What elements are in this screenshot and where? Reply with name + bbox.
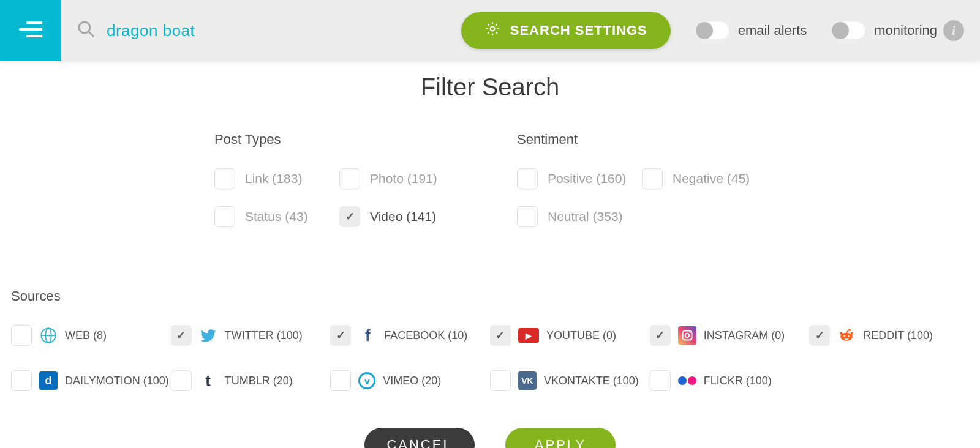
- post-type-2-checkbox[interactable]: [214, 206, 235, 227]
- source-reddit-checkbox[interactable]: [809, 325, 830, 346]
- instagram-icon: [678, 326, 696, 345]
- source-flickr-checkbox[interactable]: [650, 370, 671, 391]
- reddit-icon: [837, 326, 856, 345]
- source-web-row: WEB (8): [11, 325, 171, 346]
- facebook-icon: f: [358, 326, 377, 345]
- post-types-heading: Post Types: [214, 132, 462, 147]
- source-facebook-row: fFACEBOOK (10): [330, 325, 490, 346]
- vimeo-icon: v: [358, 372, 375, 389]
- cancel-button[interactable]: CANCEL: [364, 428, 475, 448]
- sentiment-heading: Sentiment: [517, 132, 764, 147]
- sources-heading: Sources: [11, 288, 969, 304]
- sentiment-0-label: Positive (160): [548, 171, 626, 186]
- search-icon: [77, 20, 96, 41]
- gear-icon: [484, 21, 500, 40]
- source-youtube-checkbox[interactable]: [490, 325, 511, 346]
- source-vimeo-checkbox[interactable]: [330, 370, 351, 391]
- apply-button[interactable]: APPLY: [505, 428, 616, 448]
- sentiment-1-row: Negative (45): [642, 168, 764, 189]
- svg-point-13: [851, 332, 853, 335]
- source-twitter-row: TWITTER (100): [171, 325, 331, 346]
- source-vkontakte-row: VKVKONTAKTE (100): [490, 370, 650, 391]
- source-youtube-row: ▶YOUTUBE (0): [490, 325, 650, 346]
- search-query[interactable]: dragon boat: [107, 21, 195, 40]
- source-tumblr-row: tTUMBLR (20): [171, 370, 331, 391]
- tumblr-icon: t: [199, 371, 217, 390]
- vkontakte-icon: VK: [518, 371, 537, 390]
- menu-button[interactable]: [0, 0, 61, 61]
- svg-point-14: [840, 332, 842, 335]
- sentiment-0-checkbox[interactable]: [517, 168, 538, 189]
- source-twitter-label: TWITTER (100): [225, 329, 303, 342]
- source-dailymotion-label: DAILYMOTION (100): [65, 375, 169, 387]
- email-alerts-toggle[interactable]: [695, 21, 729, 40]
- source-vkontakte-checkbox[interactable]: [490, 370, 511, 391]
- svg-point-3: [79, 22, 90, 33]
- sentiment-0-row: Positive (160): [517, 168, 639, 189]
- post-type-3-label: Video (141): [370, 209, 436, 224]
- source-flickr-label: FLICKR (100): [704, 375, 772, 387]
- twitter-icon: [199, 326, 217, 345]
- source-reddit-row: REDDIT (100): [809, 325, 969, 346]
- svg-point-16: [844, 335, 846, 337]
- svg-point-17: [848, 335, 850, 337]
- info-icon[interactable]: i: [943, 20, 964, 41]
- dailymotion-icon: d: [39, 371, 58, 390]
- source-vimeo-row: vVIMEO (20): [330, 370, 490, 391]
- source-vimeo-label: VIMEO (20): [383, 375, 441, 387]
- svg-rect-9: [682, 331, 692, 340]
- sentiment-2-row: Neutral (353): [517, 206, 639, 227]
- source-dailymotion-checkbox[interactable]: [11, 370, 32, 391]
- source-facebook-label: FACEBOOK (10): [384, 329, 467, 342]
- page-title: Filter Search: [0, 73, 980, 101]
- post-type-1-label: Photo (191): [370, 171, 437, 186]
- web-icon: [39, 326, 58, 345]
- search-settings-label: SEARCH SETTINGS: [510, 23, 647, 39]
- youtube-icon: ▶: [518, 328, 539, 343]
- source-reddit-label: REDDIT (100): [863, 329, 933, 342]
- source-web-checkbox[interactable]: [11, 325, 32, 346]
- hamburger-icon: [18, 20, 43, 41]
- source-tumblr-label: TUMBLR (20): [225, 375, 293, 387]
- monitoring-toggle[interactable]: [831, 21, 865, 40]
- sentiment-1-label: Negative (45): [673, 171, 750, 186]
- monitoring-label: monitoring: [874, 23, 937, 39]
- source-tumblr-checkbox[interactable]: [171, 370, 192, 391]
- sentiment-1-checkbox[interactable]: [642, 168, 663, 189]
- sentiment-2-label: Neutral (353): [548, 209, 623, 224]
- post-type-3-checkbox[interactable]: [339, 206, 360, 227]
- search-settings-button[interactable]: SEARCH SETTINGS: [461, 12, 671, 49]
- source-instagram-label: INSTAGRAM (0): [704, 329, 785, 342]
- svg-point-11: [689, 332, 690, 334]
- post-type-3-row: Video (141): [339, 206, 462, 227]
- source-instagram-checkbox[interactable]: [650, 325, 671, 346]
- source-dailymotion-row: dDAILYMOTION (100): [11, 370, 171, 391]
- flickr-icon: [678, 371, 696, 390]
- source-youtube-label: YOUTUBE (0): [546, 329, 616, 342]
- post-type-2-row: Status (43): [214, 206, 337, 227]
- source-web-label: WEB (8): [65, 329, 107, 342]
- post-type-0-checkbox[interactable]: [214, 168, 235, 189]
- source-vkontakte-label: VKONTAKTE (100): [544, 375, 639, 387]
- post-type-1-checkbox[interactable]: [339, 168, 360, 189]
- post-type-0-label: Link (183): [245, 171, 302, 186]
- post-type-2-label: Status (43): [245, 209, 308, 224]
- source-facebook-checkbox[interactable]: [330, 325, 351, 346]
- svg-point-5: [490, 27, 494, 31]
- post-type-1-row: Photo (191): [339, 168, 462, 189]
- post-type-0-row: Link (183): [214, 168, 337, 189]
- source-twitter-checkbox[interactable]: [171, 325, 192, 346]
- svg-point-10: [685, 334, 689, 338]
- svg-line-4: [89, 32, 94, 37]
- email-alerts-label: email alerts: [738, 23, 807, 39]
- source-instagram-row: INSTAGRAM (0): [650, 325, 810, 346]
- sentiment-2-checkbox[interactable]: [517, 206, 538, 227]
- source-flickr-row: FLICKR (100): [650, 370, 810, 391]
